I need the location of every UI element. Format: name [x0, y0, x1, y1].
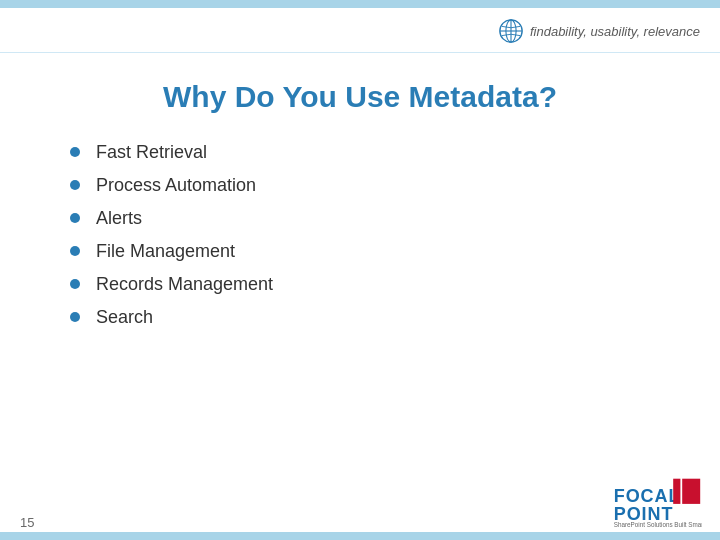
focal-point-logo: FOCAL POINT SharePoint Solutions Built S…	[612, 478, 702, 528]
footer: 15	[20, 515, 34, 530]
list-item: File Management	[70, 241, 670, 262]
bullet-text: Process Automation	[96, 175, 256, 196]
list-item: Records Management	[70, 274, 670, 295]
brand-logo-area: FOCAL POINT SharePoint Solutions Built S…	[612, 478, 702, 528]
slide-content: Why Do You Use Metadata? Fast RetrievalP…	[0, 60, 720, 490]
svg-rect-6	[673, 479, 680, 504]
top-accent-bar	[0, 0, 720, 8]
bottom-accent-bar	[0, 532, 720, 540]
list-item: Search	[70, 307, 670, 328]
bullet-dot	[70, 279, 80, 289]
page-number: 15	[20, 515, 34, 530]
bullet-text: Fast Retrieval	[96, 142, 207, 163]
bullet-text: Alerts	[96, 208, 142, 229]
bullet-dot	[70, 147, 80, 157]
header-area: findability, usability, relevance	[0, 8, 720, 53]
bullet-text: Records Management	[96, 274, 273, 295]
bullet-text: File Management	[96, 241, 235, 262]
bullet-dot	[70, 180, 80, 190]
list-item: Process Automation	[70, 175, 670, 196]
bullet-dot	[70, 213, 80, 223]
globe-icon	[498, 18, 524, 44]
svg-text:SharePoint Solutions Built Sma: SharePoint Solutions Built Smarter	[614, 521, 702, 528]
svg-text:FOCAL: FOCAL	[614, 486, 681, 506]
bullet-list: Fast RetrievalProcess AutomationAlertsFi…	[50, 142, 670, 328]
bullet-dot	[70, 312, 80, 322]
bullet-dot	[70, 246, 80, 256]
svg-rect-7	[682, 479, 700, 504]
list-item: Alerts	[70, 208, 670, 229]
bullet-text: Search	[96, 307, 153, 328]
slide-title: Why Do You Use Metadata?	[50, 80, 670, 114]
tagline-text: findability, usability, relevance	[530, 24, 700, 39]
list-item: Fast Retrieval	[70, 142, 670, 163]
